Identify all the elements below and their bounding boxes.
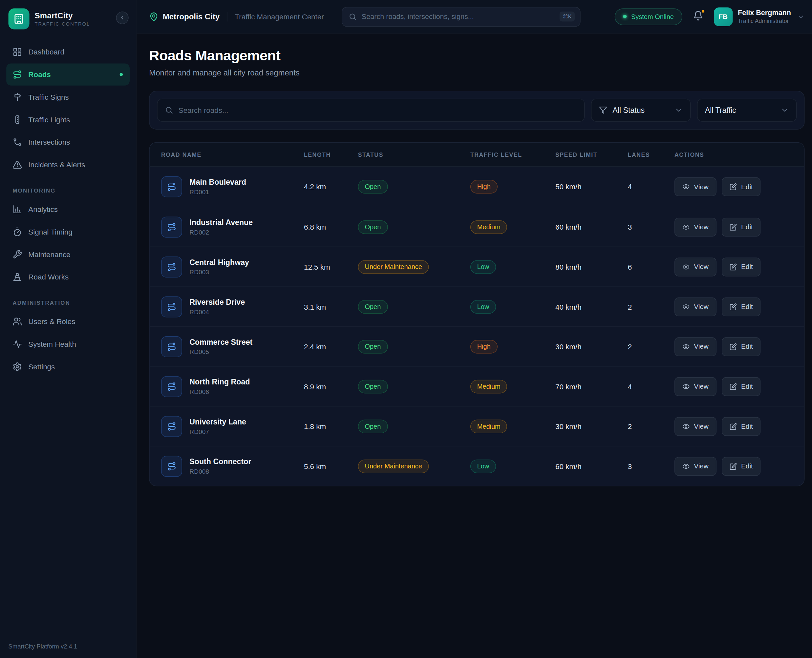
sidebar-item-intersections[interactable]: Intersections xyxy=(6,131,130,153)
lanes: 3 xyxy=(628,223,674,231)
page-title: Roads Management xyxy=(149,48,804,64)
global-search-input[interactable] xyxy=(362,13,555,20)
sidebar-item-roads[interactable]: Roads xyxy=(6,64,130,86)
signpost-icon xyxy=(13,92,22,102)
traffic-filter-dropdown[interactable]: All Traffic xyxy=(697,99,797,122)
road-name: University Lane xyxy=(189,417,246,426)
edit-button[interactable]: Edit xyxy=(722,337,761,356)
road-name-cell: Riverside Drive RD004 xyxy=(161,296,304,317)
global-search[interactable]: ⌘K xyxy=(342,6,581,27)
sidebar-item-traffic-lights[interactable]: Traffic Lights xyxy=(6,108,130,130)
road-id: RD006 xyxy=(189,388,250,395)
road-length: 2.4 km xyxy=(304,342,358,351)
platform-version: SmartCity Platform v2.4.1 xyxy=(0,635,136,658)
system-status-badge: System Online xyxy=(615,8,682,25)
user-menu[interactable]: FB Felix Bergmann Traffic Administrator xyxy=(713,7,804,26)
edit-button[interactable]: Edit xyxy=(722,218,761,237)
edit-icon xyxy=(730,223,737,230)
view-button[interactable]: View xyxy=(674,218,716,237)
timer-icon xyxy=(13,227,22,237)
sidebar-item-dashboard[interactable]: Dashboard xyxy=(6,41,130,63)
lanes: 4 xyxy=(628,183,674,191)
view-button[interactable]: View xyxy=(674,337,716,356)
eye-icon xyxy=(682,263,689,270)
status-badge: Under Maintenance xyxy=(358,260,429,274)
traffic-badge: Low xyxy=(470,300,496,313)
table-body: Main Boulevard RD001 4.2 km Open High 50… xyxy=(150,167,804,486)
road-name: Industrial Avenue xyxy=(189,218,253,226)
edit-button[interactable]: Edit xyxy=(722,257,761,276)
traffic-light-icon xyxy=(13,115,22,124)
brand-text: SmartCity TRAFFIC CONTROL xyxy=(35,11,90,27)
sidebar-item-maintenance[interactable]: Maintenance xyxy=(6,243,130,265)
sidebar-item-label: Roads xyxy=(28,70,50,79)
edit-icon xyxy=(730,423,737,430)
road-name: Central Highway xyxy=(189,258,249,266)
speed-limit: 30 km/h xyxy=(555,342,628,351)
table-header: ROAD NAME LENGTH STATUS TRAFFIC LEVEL SP… xyxy=(150,143,804,167)
route-icon xyxy=(161,336,182,357)
user-text: Felix Bergmann Traffic Administrator xyxy=(738,9,791,24)
row-actions: View Edit xyxy=(674,257,793,276)
road-id: RD005 xyxy=(189,348,252,355)
edit-icon xyxy=(730,343,737,350)
sidebar-item-label: Road Works xyxy=(28,273,69,282)
traffic-badge: Medium xyxy=(470,420,507,433)
sidebar-item-settings[interactable]: Settings xyxy=(6,356,130,378)
road-name: Commerce Street xyxy=(189,338,252,346)
road-name-cell: South Connector RD008 xyxy=(161,456,304,476)
edit-button[interactable]: Edit xyxy=(722,377,761,396)
sidebar-item-road-works[interactable]: Road Works xyxy=(6,266,130,288)
notifications-button[interactable] xyxy=(691,9,704,24)
row-actions: View Edit xyxy=(674,218,793,237)
sidebar-item-users-roles[interactable]: Users & Roles xyxy=(6,311,130,333)
view-button[interactable]: View xyxy=(674,177,716,196)
eye-icon xyxy=(682,462,689,470)
col-status: STATUS xyxy=(358,151,470,157)
status-filter-dropdown[interactable]: All Status xyxy=(591,99,691,122)
status-badge: Open xyxy=(358,300,388,313)
road-name-cell: Central Highway RD003 xyxy=(161,256,304,277)
activity-icon xyxy=(13,340,22,349)
edit-button[interactable]: Edit xyxy=(722,457,761,476)
road-name-cell: Industrial Avenue RD002 xyxy=(161,216,304,238)
sidebar-item-label: Incidents & Alerts xyxy=(28,160,85,169)
status-label: System Online xyxy=(631,13,674,20)
edit-button[interactable]: Edit xyxy=(722,297,761,316)
speed-limit: 40 km/h xyxy=(555,302,628,311)
table-row: Commerce Street RD005 2.4 km Open High 3… xyxy=(150,326,804,367)
view-button[interactable]: View xyxy=(674,457,716,476)
route-icon xyxy=(161,415,182,437)
user-name: Felix Bergmann xyxy=(738,9,791,17)
roads-search[interactable] xyxy=(157,99,584,122)
road-length: 1.8 km xyxy=(304,422,358,431)
view-button[interactable]: View xyxy=(674,417,716,436)
eye-icon xyxy=(682,343,689,350)
traffic-badge: Low xyxy=(470,260,496,274)
sidebar-item-incidents-alerts[interactable]: Incidents & Alerts xyxy=(6,154,130,176)
sidebar-item-analytics[interactable]: Analytics xyxy=(6,198,130,220)
view-button[interactable]: View xyxy=(674,257,716,276)
roads-search-input[interactable] xyxy=(179,106,577,114)
notification-dot xyxy=(700,9,705,13)
road-id: RD004 xyxy=(189,308,245,316)
road-length: 5.6 km xyxy=(304,462,358,470)
sidebar-item-label: Users & Roles xyxy=(28,318,75,326)
sidebar-item-traffic-signs[interactable]: Traffic Signs xyxy=(6,86,130,108)
eye-icon xyxy=(682,183,689,190)
view-button[interactable]: View xyxy=(674,377,716,396)
table-row: Main Boulevard RD001 4.2 km Open High 50… xyxy=(150,167,804,207)
sidebar-collapse-button[interactable] xyxy=(116,11,128,24)
road-name: North Ring Road xyxy=(189,378,250,386)
sidebar-item-system-health[interactable]: System Health xyxy=(6,333,130,355)
view-button[interactable]: View xyxy=(674,297,716,316)
edit-button[interactable]: Edit xyxy=(722,177,761,196)
app-root: SmartCity TRAFFIC CONTROL DashboardRoads… xyxy=(0,0,812,658)
sidebar-item-label: Intersections xyxy=(28,138,70,147)
edit-button[interactable]: Edit xyxy=(722,417,761,436)
speed-limit: 30 km/h xyxy=(555,422,628,431)
traffic-badge: High xyxy=(470,180,498,194)
sidebar-item-signal-timing[interactable]: Signal Timing xyxy=(6,221,130,243)
bar-chart-icon xyxy=(13,205,22,214)
col-length: LENGTH xyxy=(304,151,358,157)
